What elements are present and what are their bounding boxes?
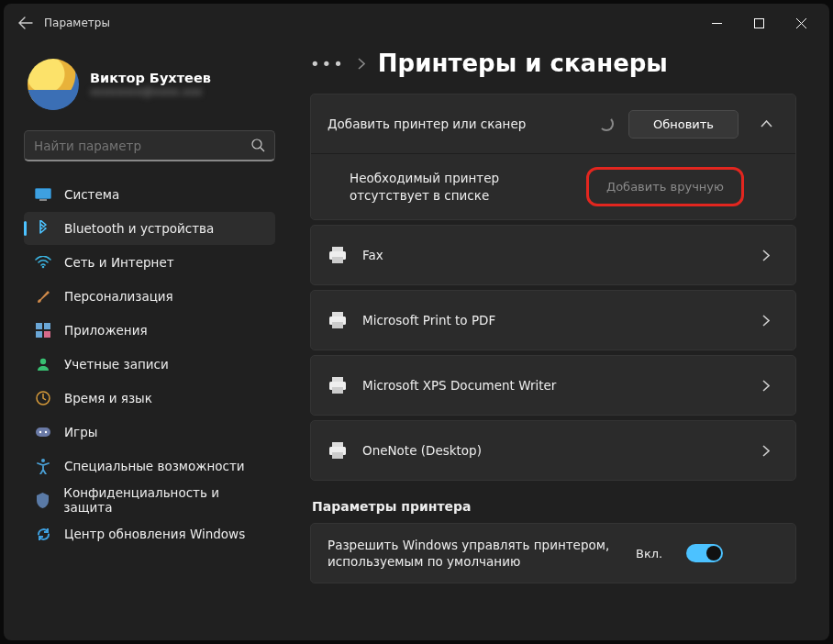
add-printer-row: Добавить принтер или сканер Обновить <box>311 94 795 153</box>
system-icon <box>35 186 51 203</box>
svg-rect-23 <box>332 387 343 394</box>
arrow-left-icon <box>18 16 33 30</box>
chevron-up-icon <box>761 120 772 128</box>
printer-icon <box>328 375 348 395</box>
svg-rect-6 <box>44 323 50 329</box>
page-title: Принтеры и сканеры <box>378 50 668 77</box>
sidebar-item-time[interactable]: Время и язык <box>24 382 275 415</box>
main: ••• Принтеры и сканеры Добавить принтер … <box>288 42 829 640</box>
sidebar-item-network[interactable]: Сеть и Интернет <box>24 246 275 279</box>
add-manually-button[interactable]: Добавить вручную <box>593 172 738 201</box>
printer-name: Fax <box>362 247 739 263</box>
printer-item-onenote[interactable]: OneNote (Desktop) <box>310 420 796 481</box>
settings-window: Параметры Виктор Бухтеев xxxxxxxx@xxxx.x… <box>4 4 829 640</box>
bluetooth-icon <box>35 220 51 237</box>
user-email: xxxxxxxx@xxxx.xxx <box>90 85 211 98</box>
minimize-button[interactable] <box>695 8 738 38</box>
sidebar-item-label: Центр обновления Windows <box>64 527 245 541</box>
svg-rect-11 <box>36 427 50 437</box>
breadcrumb-overflow[interactable]: ••• <box>310 54 345 73</box>
printer-name: Microsoft Print to PDF <box>362 312 739 328</box>
default-printer-card: Разрешить Windows управлять принтером, и… <box>310 523 796 583</box>
sidebar-item-personalization[interactable]: Персонализация <box>24 280 275 313</box>
toggle-state-label: Вкл. <box>636 547 662 561</box>
svg-rect-24 <box>332 442 343 447</box>
user-name: Виктор Бухтеев <box>90 71 211 85</box>
sidebar-item-label: Система <box>64 187 119 202</box>
sidebar-item-accessibility[interactable]: Специальные возможности <box>24 450 275 483</box>
brush-icon <box>35 288 51 305</box>
spinner-icon <box>599 117 614 131</box>
svg-rect-26 <box>332 452 343 459</box>
sidebar-item-privacy[interactable]: Конфиденциальность и защита <box>24 483 275 516</box>
apps-icon <box>35 322 51 339</box>
add-printer-card: Добавить принтер или сканер Обновить Нео… <box>310 94 796 220</box>
printer-icon <box>328 440 348 461</box>
printer-settings-header: Параметры принтера <box>312 499 796 514</box>
collapse-button[interactable] <box>753 120 779 128</box>
svg-point-13 <box>45 431 47 433</box>
chevron-right-icon <box>358 58 365 70</box>
breadcrumb: ••• Принтеры и сканеры <box>310 50 796 77</box>
svg-rect-15 <box>332 247 343 251</box>
titlebar: Параметры <box>4 4 829 42</box>
close-button[interactable] <box>780 8 822 38</box>
svg-rect-20 <box>332 322 343 328</box>
add-printer-label: Добавить принтер или сканер <box>328 116 584 132</box>
back-button[interactable] <box>11 8 40 38</box>
shield-icon <box>35 492 50 508</box>
sidebar: Виктор Бухтеев xxxxxxxx@xxxx.xxx Система… <box>4 42 288 640</box>
chevron-right-icon <box>753 380 779 392</box>
accessibility-icon <box>35 458 51 474</box>
search-icon <box>251 139 265 152</box>
sidebar-item-label: Время и язык <box>64 391 152 405</box>
svg-point-1 <box>252 139 261 149</box>
missing-printer-label: Необходимый принтер отсутствует в списке <box>350 170 572 203</box>
nav: Система Bluetooth и устройства Сеть и Ин… <box>24 178 275 550</box>
maximize-icon <box>754 18 764 28</box>
sidebar-item-label: Bluetooth и устройства <box>64 221 214 236</box>
refresh-button[interactable]: Обновить <box>628 110 739 139</box>
window-controls <box>695 8 822 38</box>
svg-rect-0 <box>754 18 763 28</box>
svg-rect-8 <box>44 331 50 338</box>
user-profile[interactable]: Виктор Бухтеев xxxxxxxx@xxxx.xxx <box>24 51 275 123</box>
missing-printer-row: Необходимый принтер отсутствует в списке… <box>311 153 795 219</box>
sidebar-item-apps[interactable]: Приложения <box>24 314 275 347</box>
sidebar-item-label: Персонализация <box>64 289 173 304</box>
chevron-right-icon <box>753 250 779 261</box>
wifi-icon <box>35 254 51 271</box>
sidebar-item-bluetooth[interactable]: Bluetooth и устройства <box>24 212 275 245</box>
chevron-right-icon <box>753 315 779 327</box>
avatar <box>28 59 79 110</box>
default-printer-label: Разрешить Windows управлять принтером, и… <box>328 537 621 570</box>
window-title: Параметры <box>44 17 110 29</box>
search-box[interactable] <box>24 130 275 161</box>
printer-item-fax[interactable]: Fax <box>310 225 796 285</box>
sidebar-item-accounts[interactable]: Учетные записи <box>24 348 275 381</box>
body: Виктор Бухтеев xxxxxxxx@xxxx.xxx Система… <box>4 42 829 640</box>
sidebar-item-system[interactable]: Система <box>24 178 275 211</box>
gamepad-icon <box>35 424 51 440</box>
printer-icon <box>328 310 348 330</box>
chevron-right-icon <box>753 445 779 457</box>
search-input[interactable] <box>34 139 251 153</box>
sidebar-item-label: Приложения <box>64 323 148 338</box>
maximize-button[interactable] <box>738 8 780 38</box>
printer-item-print-to-pdf[interactable]: Microsoft Print to PDF <box>310 290 796 350</box>
sidebar-item-label: Специальные возможности <box>64 459 245 473</box>
sidebar-item-update[interactable]: Центр обновления Windows <box>24 517 275 550</box>
svg-point-14 <box>41 459 45 462</box>
highlight-annotation: Добавить вручную <box>586 167 744 206</box>
printer-item-xps[interactable]: Microsoft XPS Document Writer <box>310 355 796 416</box>
svg-rect-7 <box>36 331 42 338</box>
sidebar-item-label: Игры <box>64 425 97 439</box>
svg-point-4 <box>42 266 45 269</box>
printer-icon <box>328 245 348 265</box>
sidebar-item-gaming[interactable]: Игры <box>24 416 275 449</box>
sidebar-item-label: Сеть и Интернет <box>64 255 174 270</box>
person-icon <box>35 356 51 372</box>
default-printer-toggle[interactable] <box>686 544 723 562</box>
printer-name: Microsoft XPS Document Writer <box>362 377 739 394</box>
svg-rect-17 <box>332 257 343 263</box>
